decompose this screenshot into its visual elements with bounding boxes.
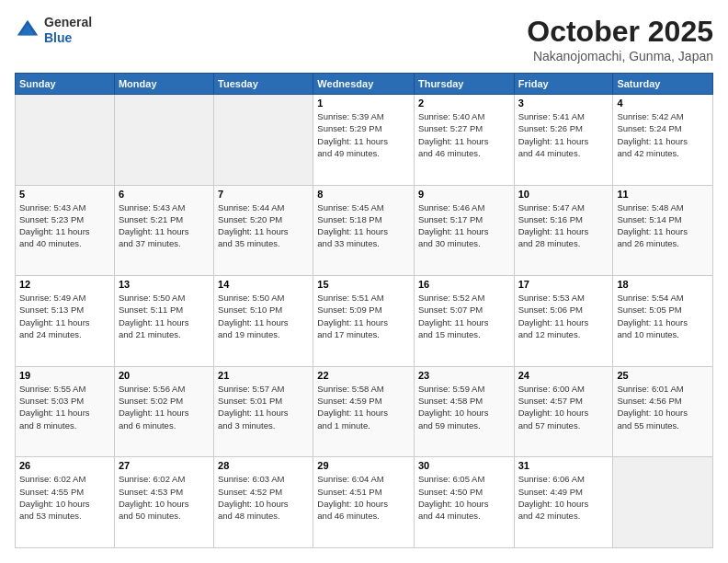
- calendar-cell: 24Sunrise: 6:00 AM Sunset: 4:57 PM Dayli…: [514, 366, 613, 457]
- weekday-header-monday: Monday: [114, 74, 213, 95]
- day-number: 18: [617, 279, 709, 290]
- day-info: Sunrise: 6:00 AM Sunset: 4:57 PM Dayligh…: [518, 383, 609, 431]
- calendar-cell: 3Sunrise: 5:41 AM Sunset: 5:26 PM Daylig…: [514, 95, 613, 186]
- calendar-cell: 26Sunrise: 6:02 AM Sunset: 4:55 PM Dayli…: [16, 457, 115, 548]
- header: General Blue October 2025 Nakanojomachi,…: [15, 15, 713, 63]
- week-row-3: 12Sunrise: 5:49 AM Sunset: 5:13 PM Dayli…: [16, 276, 713, 367]
- week-row-2: 5Sunrise: 5:43 AM Sunset: 5:23 PM Daylig…: [16, 185, 713, 276]
- calendar-cell: 11Sunrise: 5:48 AM Sunset: 5:14 PM Dayli…: [613, 185, 713, 276]
- calendar-cell: 23Sunrise: 5:59 AM Sunset: 4:58 PM Dayli…: [414, 366, 514, 457]
- calendar-cell: 1Sunrise: 5:39 AM Sunset: 5:29 PM Daylig…: [313, 95, 415, 186]
- day-info: Sunrise: 5:43 AM Sunset: 5:21 PM Dayligh…: [119, 201, 210, 250]
- day-info: Sunrise: 6:06 AM Sunset: 4:49 PM Dayligh…: [518, 473, 609, 522]
- day-info: Sunrise: 5:55 AM Sunset: 5:03 PM Dayligh…: [19, 383, 110, 431]
- day-info: Sunrise: 5:56 AM Sunset: 5:02 PM Dayligh…: [119, 383, 210, 431]
- day-number: 6: [119, 189, 210, 200]
- day-info: Sunrise: 5:44 AM Sunset: 5:20 PM Dayligh…: [218, 201, 309, 250]
- day-info: Sunrise: 5:50 AM Sunset: 5:11 PM Dayligh…: [119, 292, 210, 340]
- calendar-cell: 18Sunrise: 5:54 AM Sunset: 5:05 PM Dayli…: [613, 276, 713, 367]
- calendar-cell: 28Sunrise: 6:03 AM Sunset: 4:52 PM Dayli…: [214, 457, 313, 548]
- calendar-cell: 4Sunrise: 5:42 AM Sunset: 5:24 PM Daylig…: [613, 95, 713, 186]
- calendar-cell: 9Sunrise: 5:46 AM Sunset: 5:17 PM Daylig…: [414, 185, 514, 276]
- week-row-4: 19Sunrise: 5:55 AM Sunset: 5:03 PM Dayli…: [16, 366, 713, 457]
- logo-text: General Blue: [44, 15, 92, 46]
- calendar-cell: 29Sunrise: 6:04 AM Sunset: 4:51 PM Dayli…: [313, 457, 415, 548]
- calendar-cell: 7Sunrise: 5:44 AM Sunset: 5:20 PM Daylig…: [214, 185, 313, 276]
- calendar-cell: 31Sunrise: 6:06 AM Sunset: 4:49 PM Dayli…: [514, 457, 613, 548]
- logo-general: General: [44, 15, 92, 30]
- day-info: Sunrise: 6:02 AM Sunset: 4:53 PM Dayligh…: [119, 473, 210, 522]
- day-number: 27: [119, 460, 210, 471]
- calendar-cell: 19Sunrise: 5:55 AM Sunset: 5:03 PM Dayli…: [16, 366, 115, 457]
- day-number: 26: [19, 460, 110, 471]
- month-title: October 2025: [527, 15, 713, 49]
- day-number: 23: [418, 370, 510, 381]
- day-number: 1: [317, 98, 410, 109]
- calendar-cell: 13Sunrise: 5:50 AM Sunset: 5:11 PM Dayli…: [114, 276, 213, 367]
- calendar-cell: [613, 457, 713, 548]
- day-info: Sunrise: 5:50 AM Sunset: 5:10 PM Dayligh…: [218, 292, 309, 340]
- logo-icon: [15, 17, 40, 43]
- calendar-cell: [16, 95, 115, 186]
- calendar-cell: 5Sunrise: 5:43 AM Sunset: 5:23 PM Daylig…: [16, 185, 115, 276]
- day-number: 5: [19, 189, 110, 200]
- day-number: 15: [317, 279, 410, 290]
- day-number: 24: [518, 370, 609, 381]
- day-info: Sunrise: 6:05 AM Sunset: 4:50 PM Dayligh…: [418, 473, 510, 522]
- day-number: 22: [317, 370, 410, 381]
- day-info: Sunrise: 5:41 AM Sunset: 5:26 PM Dayligh…: [518, 110, 609, 159]
- day-number: 17: [518, 279, 609, 290]
- week-row-1: 1Sunrise: 5:39 AM Sunset: 5:29 PM Daylig…: [16, 95, 713, 186]
- day-info: Sunrise: 5:40 AM Sunset: 5:27 PM Dayligh…: [418, 110, 510, 159]
- day-info: Sunrise: 5:53 AM Sunset: 5:06 PM Dayligh…: [518, 292, 609, 340]
- day-number: 7: [218, 189, 309, 200]
- day-number: 20: [119, 370, 210, 381]
- day-info: Sunrise: 5:59 AM Sunset: 4:58 PM Dayligh…: [418, 383, 510, 431]
- calendar-cell: 22Sunrise: 5:58 AM Sunset: 4:59 PM Dayli…: [313, 366, 415, 457]
- day-info: Sunrise: 5:42 AM Sunset: 5:24 PM Dayligh…: [617, 110, 709, 159]
- calendar-cell: 6Sunrise: 5:43 AM Sunset: 5:21 PM Daylig…: [114, 185, 213, 276]
- day-number: 4: [617, 98, 709, 109]
- weekday-header-sunday: Sunday: [16, 74, 115, 95]
- day-number: 13: [119, 279, 210, 290]
- day-info: Sunrise: 6:04 AM Sunset: 4:51 PM Dayligh…: [317, 473, 410, 522]
- day-number: 25: [617, 370, 709, 381]
- calendar-cell: 10Sunrise: 5:47 AM Sunset: 5:16 PM Dayli…: [514, 185, 613, 276]
- calendar-cell: 15Sunrise: 5:51 AM Sunset: 5:09 PM Dayli…: [313, 276, 415, 367]
- day-info: Sunrise: 6:02 AM Sunset: 4:55 PM Dayligh…: [19, 473, 110, 522]
- day-info: Sunrise: 5:48 AM Sunset: 5:14 PM Dayligh…: [617, 201, 709, 250]
- day-info: Sunrise: 5:39 AM Sunset: 5:29 PM Dayligh…: [317, 110, 410, 159]
- day-info: Sunrise: 5:54 AM Sunset: 5:05 PM Dayligh…: [617, 292, 709, 340]
- weekday-header-friday: Friday: [514, 74, 613, 95]
- day-number: 29: [317, 460, 410, 471]
- day-number: 11: [617, 189, 709, 200]
- day-number: 31: [518, 460, 609, 471]
- weekday-header-wednesday: Wednesday: [313, 74, 415, 95]
- calendar-cell: 21Sunrise: 5:57 AM Sunset: 5:01 PM Dayli…: [214, 366, 313, 457]
- day-info: Sunrise: 5:43 AM Sunset: 5:23 PM Dayligh…: [19, 201, 110, 250]
- day-number: 30: [418, 460, 510, 471]
- calendar-cell: 16Sunrise: 5:52 AM Sunset: 5:07 PM Dayli…: [414, 276, 514, 367]
- calendar-cell: 8Sunrise: 5:45 AM Sunset: 5:18 PM Daylig…: [313, 185, 415, 276]
- weekday-header-row: SundayMondayTuesdayWednesdayThursdayFrid…: [16, 74, 713, 95]
- weekday-header-tuesday: Tuesday: [214, 74, 313, 95]
- day-info: Sunrise: 5:47 AM Sunset: 5:16 PM Dayligh…: [518, 201, 609, 250]
- calendar-cell: 2Sunrise: 5:40 AM Sunset: 5:27 PM Daylig…: [414, 95, 514, 186]
- page: General Blue October 2025 Nakanojomachi,…: [0, 0, 728, 563]
- logo-blue: Blue: [44, 30, 92, 46]
- calendar-cell: 17Sunrise: 5:53 AM Sunset: 5:06 PM Dayli…: [514, 276, 613, 367]
- day-number: 21: [218, 370, 309, 381]
- day-number: 14: [218, 279, 309, 290]
- week-row-5: 26Sunrise: 6:02 AM Sunset: 4:55 PM Dayli…: [16, 457, 713, 548]
- day-info: Sunrise: 6:03 AM Sunset: 4:52 PM Dayligh…: [218, 473, 309, 522]
- day-number: 19: [19, 370, 110, 381]
- day-info: Sunrise: 5:46 AM Sunset: 5:17 PM Dayligh…: [418, 201, 510, 250]
- day-number: 10: [518, 189, 609, 200]
- weekday-header-thursday: Thursday: [414, 74, 514, 95]
- calendar-cell: 25Sunrise: 6:01 AM Sunset: 4:56 PM Dayli…: [613, 366, 713, 457]
- day-number: 12: [19, 279, 110, 290]
- calendar-cell: 12Sunrise: 5:49 AM Sunset: 5:13 PM Dayli…: [16, 276, 115, 367]
- day-info: Sunrise: 5:52 AM Sunset: 5:07 PM Dayligh…: [418, 292, 510, 340]
- calendar-cell: 14Sunrise: 5:50 AM Sunset: 5:10 PM Dayli…: [214, 276, 313, 367]
- calendar-cell: 30Sunrise: 6:05 AM Sunset: 4:50 PM Dayli…: [414, 457, 514, 548]
